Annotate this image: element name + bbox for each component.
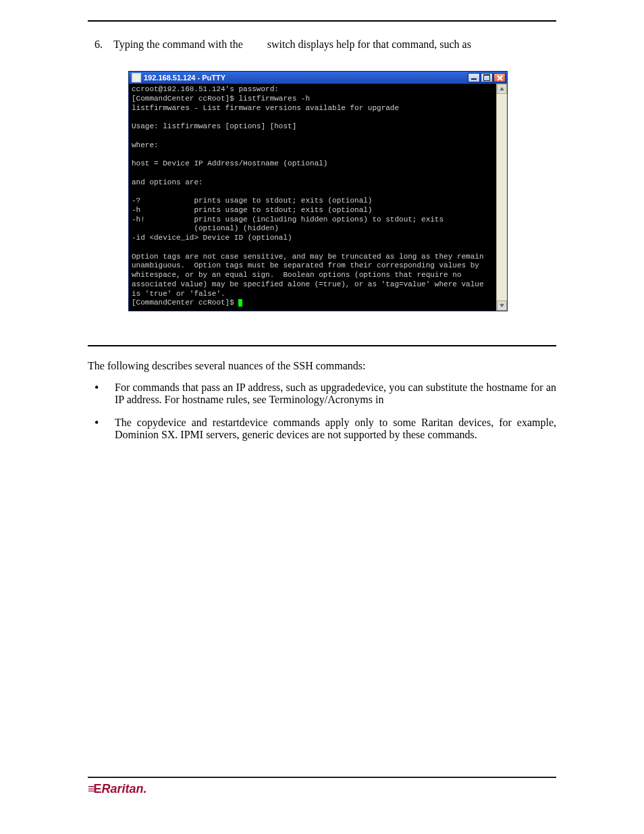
minimize-button[interactable] xyxy=(468,73,480,82)
bullet-text: The copydevice and restartdevice command… xyxy=(115,417,556,441)
bullet-icon: • xyxy=(88,382,115,406)
brand-logo-icon: ≡E xyxy=(88,782,101,796)
putty-app-icon xyxy=(132,73,141,82)
list-item: •The copydevice and restartdevice comman… xyxy=(88,417,556,441)
step-text-b: switch displays help for that command, s… xyxy=(267,38,471,50)
brand-logo: ≡ERaritan. xyxy=(88,782,147,796)
putty-title-text: 192.168.51.124 - PuTTY xyxy=(144,74,467,82)
terminal-cursor xyxy=(238,299,242,307)
step-6: 6. Typing the command with the switch di… xyxy=(95,38,556,51)
bullet-text: For commands that pass an IP address, su… xyxy=(115,382,556,406)
close-button[interactable] xyxy=(493,73,506,82)
step-text-a: Typing the command with the xyxy=(113,38,243,50)
header-rule xyxy=(88,20,556,22)
scroll-track[interactable] xyxy=(497,94,507,301)
list-item: •For commands that pass an IP address, s… xyxy=(88,382,556,406)
bullet-icon: • xyxy=(88,417,115,441)
footer-rule: ≡ERaritan. xyxy=(88,777,556,796)
maximize-button[interactable] xyxy=(481,73,493,82)
step-text: Typing the command with the switch displ… xyxy=(113,38,556,51)
terminal-output[interactable]: ccroot@192.168.51.124's password: [Comma… xyxy=(129,84,496,311)
scrollbar[interactable] xyxy=(496,84,507,311)
section-intro: The following describes several nuances … xyxy=(88,360,556,372)
putty-window: 192.168.51.124 - PuTTY ccroot@192.168.51… xyxy=(128,71,508,311)
scroll-down-icon[interactable] xyxy=(497,301,507,311)
scroll-up-icon[interactable] xyxy=(497,84,507,94)
brand-name: Raritan. xyxy=(102,782,147,796)
step-number: 6. xyxy=(95,38,113,51)
putty-titlebar[interactable]: 192.168.51.124 - PuTTY xyxy=(129,72,507,84)
svg-marker-3 xyxy=(500,304,504,307)
svg-marker-2 xyxy=(500,87,504,90)
section-rule xyxy=(88,345,556,346)
